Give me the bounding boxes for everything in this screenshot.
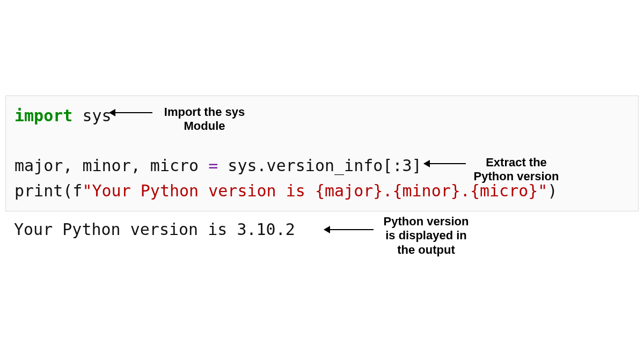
annotation-line: the output <box>397 243 455 256</box>
annotation-line: Import the sys <box>164 105 245 119</box>
annotation-line: Python version <box>384 215 469 228</box>
code-block: import sys major, minor, micro = sys.ver… <box>5 95 639 211</box>
arrow-left-icon <box>324 229 374 230</box>
code-blank-line <box>14 129 630 154</box>
annotation-line: Python version <box>474 170 559 183</box>
keyword-import: import <box>14 106 72 125</box>
code-text: major, minor, micro <box>14 156 208 175</box>
code-text: print(f <box>14 181 82 200</box>
annotation-line: is displayed in <box>385 229 467 242</box>
annotation-output: Python version is displayed in the outpu… <box>378 215 474 257</box>
code-line-1: import sys <box>14 104 630 129</box>
arrow-left-icon <box>424 163 466 164</box>
operator-equals: = <box>208 156 218 175</box>
annotation-import: Import the sys Module <box>159 105 250 134</box>
annotation-line: Extract the <box>486 156 547 169</box>
output-text: Your Python version is 3.10.2 <box>14 220 295 239</box>
code-text: sys.version_info[:3] <box>218 156 421 175</box>
code-text: sys <box>72 106 111 125</box>
annotation-line: Module <box>184 119 225 133</box>
arrow-left-icon <box>109 112 152 113</box>
annotation-extract: Extract the Python version <box>468 156 565 184</box>
